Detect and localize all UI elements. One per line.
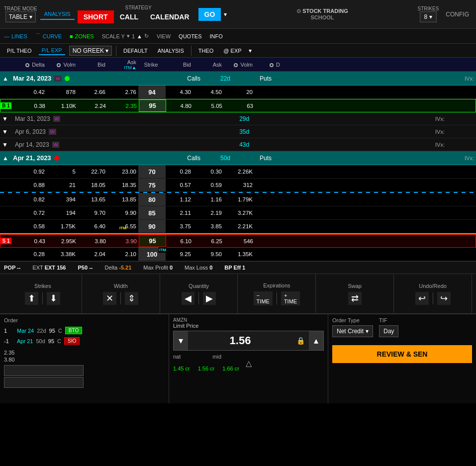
put-volm-95-buy: 63 <box>224 103 255 109</box>
arrow-up-scale[interactable]: ▲ <box>137 33 142 39</box>
curve-toggle[interactable]: ⌒ CURVE <box>35 32 62 40</box>
quotes-tab[interactable]: QUOTES <box>179 33 201 39</box>
bto-button[interactable]: BTO <box>65 327 82 334</box>
collapse-row-apr14[interactable]: ▼ Apr 14, 2023 W 43d IVx: <box>0 138 476 151</box>
calls-label-mar24: Calls <box>173 75 202 82</box>
strikes-down-button[interactable]: ⬇ <box>47 292 60 305</box>
analysis-tab[interactable]: ANALYSIS <box>40 9 75 20</box>
circle-icon-delta <box>25 63 29 67</box>
ivx-mar31: IVx: <box>377 116 447 122</box>
calendar-button[interactable]: CALENDAR <box>144 10 195 23</box>
chevron-down-icon-scale[interactable]: ▾ <box>127 33 130 39</box>
order-type-group: Order Type Net Credit ▾ <box>332 317 373 341</box>
days-apr6: 35d <box>224 128 251 135</box>
limit-increase-button[interactable]: ▴ <box>309 331 323 350</box>
order-middle-panel: AMZN Limit Price ▾ 1.56 🔒 ▴ nat mid △ 1.… <box>169 314 328 403</box>
redo-button[interactable]: ↪ <box>437 292 451 305</box>
strikes-group: STRIKES 8 ▾ <box>418 6 439 22</box>
strikes-label: STRIKES <box>418 6 439 11</box>
strike-70[interactable]: 70 <box>138 165 166 178</box>
limit-decrease-button[interactable]: ▾ <box>174 331 188 350</box>
quantity-left-button[interactable]: ◀ <box>182 292 194 305</box>
chevron-down-icon-exp[interactable]: ▾ <box>249 47 252 54</box>
strikes-control: Strikes ⬆ ⬇ <box>4 274 82 313</box>
strikes-value-container[interactable]: 8 ▾ <box>420 11 437 22</box>
put-bid-95-buy: 4.80 <box>166 103 193 109</box>
collapse-row-mar31[interactable]: ▼ Mar 31, 2023 W 29d IVx: <box>0 112 476 125</box>
days-apr14: 43d <box>224 141 251 148</box>
quantity-right-button[interactable]: ▶ <box>203 292 216 305</box>
expiry-collapse-mar24[interactable]: ▲ <box>0 75 11 82</box>
review-send-button[interactable]: REVIEW & SEN <box>332 345 472 363</box>
width-remove-button[interactable]: ✕ <box>103 292 116 305</box>
expiry-row-mar24[interactable]: ▲ Mar 24, 2023 W Calls 22d Puts IVx: <box>0 72 476 86</box>
expiry-date-apr14: Apr 14, 2023 W <box>13 141 83 148</box>
chevron-down-icon-order-type: ▾ <box>366 328 369 335</box>
table-row: 0.42 878 2.66 2.76 94 4.30 4.50 20 <box>0 86 476 99</box>
lock-icon[interactable]: 🔒 <box>292 337 309 345</box>
analysis-btn[interactable]: ANALYSIS <box>155 47 187 55</box>
at-exp-btn[interactable]: @ EXP <box>220 47 244 55</box>
theo-btn[interactable]: THEO <box>195 47 217 55</box>
width-add-button[interactable]: ⇕ <box>125 292 138 305</box>
expiry-collapse-apr21[interactable]: ▲ <box>0 155 11 162</box>
strike-94[interactable]: 94 <box>138 86 166 98</box>
tif-select[interactable]: Day <box>379 325 398 337</box>
expand-icon-mar31[interactable]: ▼ <box>2 115 13 122</box>
strike-95-buy[interactable]: 95 <box>139 99 166 112</box>
swap-button[interactable]: ⇄ <box>348 292 362 305</box>
scale-y-group: SCALE Y ▾ 1 ▲ ↻ <box>102 33 149 39</box>
trade-mode-select[interactable]: TABLE ▾ <box>5 11 36 22</box>
strike-90[interactable]: 90 <box>138 220 166 233</box>
delta-94: 0.42 <box>11 89 47 95</box>
order-type-tif-row: Order Type Net Credit ▾ TIF Day <box>332 317 472 341</box>
short-button[interactable]: SHORT <box>78 10 114 23</box>
delta-status: Delta -5.21 <box>104 265 131 271</box>
expiry-row-apr21[interactable]: ▲ Apr 21, 2023 Calls 50d Puts IVx: <box>0 151 476 165</box>
refresh-icon[interactable]: ↻ <box>144 33 149 39</box>
table-row: 0.92 5 22.70 23.00 70 0.28 0.30 2.26K <box>0 165 476 179</box>
default-btn[interactable]: DEFAULT <box>120 47 151 55</box>
width-control: Width ✕ ⇕ <box>82 274 160 313</box>
delta-95-buy: 0.38 <box>11 103 47 109</box>
chevron-down-icon-go[interactable]: ▾ <box>224 11 227 18</box>
zones-toggle[interactable]: ■ ZONES <box>70 33 94 39</box>
exp-plus-button[interactable]: +TIME <box>281 291 300 305</box>
put-ask-94: 4.50 <box>193 89 224 95</box>
collapse-row-apr6[interactable]: ▼ Apr 6, 2023 W 35d IVx: <box>0 125 476 138</box>
info-tab[interactable]: INFO <box>210 33 223 39</box>
logo-line1: STOCK TRADING <box>302 8 348 14</box>
exp-minus-button[interactable]: −TIME <box>254 291 273 305</box>
strike-75[interactable]: 75 <box>138 179 166 191</box>
trade-mode-value: TABLE <box>9 13 27 20</box>
expiry-date-mar24: Mar 24, 2023 W <box>11 75 173 82</box>
swap-control-label: Swap <box>348 283 362 289</box>
th-bid2: Bid <box>166 62 193 68</box>
go-button[interactable]: GO <box>198 8 221 21</box>
controls-row: Strikes ⬆ ⬇ Width ✕ ⇕ Quantity ◀ ▶ Expir… <box>0 274 476 314</box>
strikes-up-button[interactable]: ⬆ <box>25 292 38 305</box>
order-type-select[interactable]: Net Credit ▾ <box>332 325 373 337</box>
chevron-down-icon: ▾ <box>29 13 32 20</box>
days-apr21: 50d <box>202 155 232 162</box>
strike-85[interactable]: 85 <box>138 206 166 219</box>
config-button[interactable]: CONFIG <box>443 9 472 19</box>
chevron-down-icon-greek: ▾ <box>105 47 108 54</box>
strategy-group: STRATEGY SHORT CALL CALENDAR <box>78 5 195 23</box>
expand-icon-apr6[interactable]: ▼ <box>2 128 13 135</box>
no-greek-select[interactable]: NO GREEK ▾ <box>69 46 112 56</box>
call-button[interactable]: CALL <box>114 10 144 23</box>
expiry-date-apr21: Apr 21, 2023 <box>11 154 173 162</box>
order-title: Order <box>4 317 165 323</box>
sio-button[interactable]: SIO <box>64 337 80 345</box>
strike-95-sell[interactable]: 95 ITM <box>139 235 166 247</box>
undo-button[interactable]: ↩ <box>415 292 429 305</box>
pl-exp-tab[interactable]: P/L EXP <box>39 46 65 55</box>
order-input-2[interactable] <box>4 377 84 388</box>
price-nat: 1.45 cr <box>173 366 190 372</box>
order-input-1[interactable] <box>4 365 84 376</box>
expand-icon-apr14[interactable]: ▼ <box>2 141 13 148</box>
lines-toggle[interactable]: — LINES <box>4 33 27 39</box>
pl-theo-tab[interactable]: P/L THEO <box>4 47 35 55</box>
strike-80[interactable]: 80 <box>138 193 166 206</box>
